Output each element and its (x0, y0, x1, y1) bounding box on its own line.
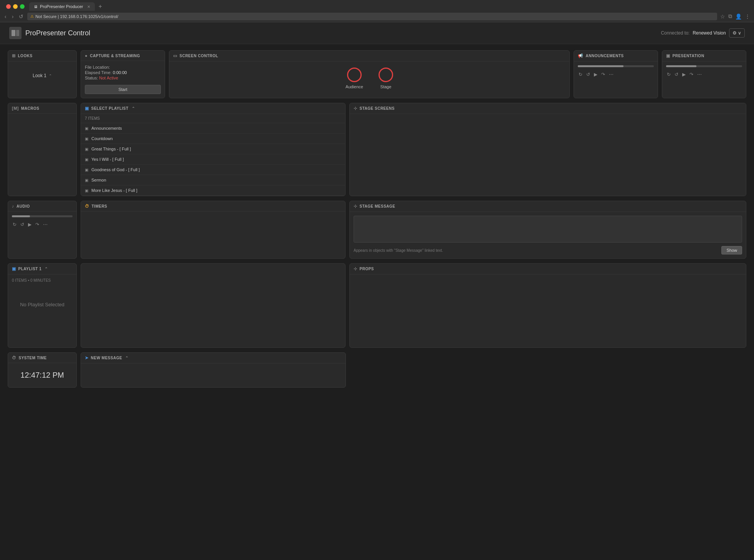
main-content: ⊞ LOOKS Look 1 ⌃ ● CAPTURE & STREAMING F… (0, 44, 754, 394)
playlist-item[interactable]: ▣ Countdown (81, 134, 345, 144)
close-button[interactable] (6, 4, 11, 9)
announce-play-btn[interactable]: ▶ (593, 71, 598, 78)
panel-row-2: [M] MACROS ▣ SELECT PLAYLIST ⌃ 7 ITEMS ▣… (8, 103, 746, 196)
pres-rewind-btn[interactable]: ↺ (674, 71, 679, 78)
presentation-icon: ▣ (666, 53, 670, 58)
stage-screen-item: Stage (379, 68, 393, 89)
timers-title: TIMERS (92, 204, 107, 208)
bookmark-icon[interactable]: ☆ (719, 13, 726, 20)
stage-screen-label: Stage (380, 84, 392, 89)
stage-screen-circle[interactable] (379, 68, 393, 82)
pres-forward-btn[interactable]: ↷ (689, 71, 694, 78)
tab-icon: 🖥 (34, 5, 38, 9)
audience-screen-circle[interactable] (347, 68, 362, 82)
capture-icon: ● (85, 53, 88, 58)
playlist-item[interactable]: ▣ More Like Jesus - [ Full ] (81, 185, 345, 196)
spacer (350, 352, 746, 388)
audio-repeat-btn[interactable]: ↻ (12, 221, 17, 228)
timers-body (81, 211, 345, 219)
tab-bar: 🖥 ProPresenter Producer ✕ + (0, 0, 754, 11)
extensions-icon[interactable]: ⧉ (728, 12, 733, 20)
reload-button[interactable]: ↺ (17, 13, 25, 20)
announce-progress-bar (578, 65, 654, 67)
panel-row-3: ♪ AUDIO ↻ ↺ ▶ ↷ ⋯ ⏱ TIMERS (8, 201, 746, 259)
announce-more-btn[interactable]: ⋯ (608, 71, 614, 78)
playlist1-arrow: ⌃ (45, 267, 48, 271)
announce-rewind-btn[interactable]: ↺ (585, 71, 591, 78)
system-time-body: 12:47:12 PM (8, 363, 76, 387)
new-message-arrow: ⌃ (125, 356, 129, 360)
announcements-title: ANNOUNCEMENTS (586, 54, 624, 58)
looks-panel: ⊞ LOOKS Look 1 ⌃ (8, 50, 77, 98)
tab-title: ProPresenter Producer (40, 4, 83, 9)
audio-play-btn[interactable]: ▶ (27, 221, 32, 228)
audio-rewind-btn[interactable]: ↺ (20, 221, 25, 228)
screen-control-header: ▭ SCREEN CONTROL (169, 51, 569, 61)
playlist-item-label-4: Goodness of God - [ Full ] (91, 167, 140, 172)
items-count: 7 ITEMS (81, 114, 345, 123)
back-button[interactable]: ‹ (3, 13, 8, 20)
playlist-item[interactable]: ▣ Announcements (81, 123, 345, 134)
stage-message-input[interactable] (354, 216, 742, 243)
screen-circles: Audience Stage (169, 61, 569, 93)
new-message-header: ➤ New Message ⌃ (81, 353, 346, 363)
capture-info: File Location: Elapsed Time: 0:00:00 Sta… (85, 65, 161, 80)
looks-selector[interactable]: Look 1 ⌃ (12, 65, 73, 86)
stage-message-title: STAGE MESSAGE (360, 204, 395, 208)
status-value: Not Active (99, 76, 118, 80)
playlist-item[interactable]: ▣ Goodness of God - [ Full ] (81, 165, 345, 175)
forward-button[interactable]: › (10, 13, 15, 20)
macros-body (8, 114, 76, 183)
playlist-item-icon-6: ▣ (85, 188, 88, 193)
audio-title: AUDIO (17, 204, 30, 208)
file-location-line: File Location: (85, 65, 161, 69)
panel-row-1: ⊞ LOOKS Look 1 ⌃ ● CAPTURE & STREAMING F… (8, 50, 746, 98)
playlist-item[interactable]: ▣ Great Things - [ Full ] (81, 144, 345, 154)
playlist-item-label-6: More Like Jesus - [ Full ] (91, 188, 137, 193)
panel-row-4: ▣ PLAYLIST 1 ⌃ 0 ITEMS • 0 MINUTES No Pl… (8, 263, 746, 348)
pres-repeat-btn[interactable]: ↻ (666, 71, 671, 78)
audio-progress-fill (12, 215, 30, 217)
new-tab-button[interactable]: + (96, 3, 104, 10)
looks-arrow: ⌃ (49, 74, 52, 78)
select-playlist-icon: ▣ (85, 106, 89, 111)
maximize-button[interactable] (20, 4, 25, 9)
playlist-item-label-1: Countdown (91, 136, 113, 141)
active-tab[interactable]: 🖥 ProPresenter Producer ✕ (29, 2, 95, 11)
profile-icon[interactable]: 👤 (734, 13, 742, 20)
looks-icon: ⊞ (12, 53, 16, 58)
settings-button[interactable]: ⚙ ∨ (729, 28, 745, 38)
announce-repeat-btn[interactable]: ↻ (578, 71, 583, 78)
playlist-item[interactable]: ▣ Sermon (81, 175, 345, 185)
playlist-item[interactable]: ▣ Yes I Will - [ Full ] (81, 154, 345, 165)
playlist1-body: 0 ITEMS • 0 MINUTES No Playlist Selected (8, 274, 76, 344)
minimize-button[interactable] (13, 4, 18, 9)
address-input[interactable]: ⚠ Not Secure | 192.168.0.176:1025/v1/con… (27, 13, 717, 20)
toolbar-icons: ☆ ⧉ 👤 ⋮ (719, 12, 751, 20)
capture-panel-header: ● CAPTURE & STREAMING (81, 51, 165, 61)
tab-close-icon[interactable]: ✕ (87, 5, 90, 9)
audio-forward-btn[interactable]: ↷ (35, 221, 40, 228)
stage-screens-title: STAGE SCREENS (360, 106, 395, 111)
props-header: ⊹ PROPS (350, 264, 746, 274)
start-button[interactable]: Start (85, 85, 161, 94)
announcements-body: ↻ ↺ ▶ ↷ ⋯ (574, 61, 658, 82)
stage-screens-icon: ⊹ (354, 106, 357, 111)
pres-more-btn[interactable]: ⋯ (696, 71, 703, 78)
playlist1-meta: 0 ITEMS • 0 MINUTES (12, 278, 73, 282)
announce-forward-btn[interactable]: ↷ (600, 71, 606, 78)
timers-header: ⏱ TIMERS (81, 201, 345, 211)
select-playlist-arrow: ⌃ (132, 106, 135, 111)
menu-icon[interactable]: ⋮ (744, 13, 751, 20)
system-time-icon: ⏱ (12, 355, 17, 360)
pres-play-btn[interactable]: ▶ (681, 71, 686, 78)
pres-progress-bar (666, 65, 742, 67)
looks-body: Look 1 ⌃ (8, 61, 76, 90)
audio-more-btn[interactable]: ⋯ (42, 221, 48, 228)
stage-message-hint: Appears in objects with "Stage Message" … (354, 248, 721, 253)
stage-message-show-button[interactable]: Show (721, 246, 742, 254)
audio-header: ♪ AUDIO (8, 201, 76, 211)
current-look: Look 1 (33, 73, 46, 78)
timers-icon: ⏱ (85, 204, 89, 208)
system-time-panel: ⏱ SYSTEM TIME 12:47:12 PM (8, 352, 77, 388)
